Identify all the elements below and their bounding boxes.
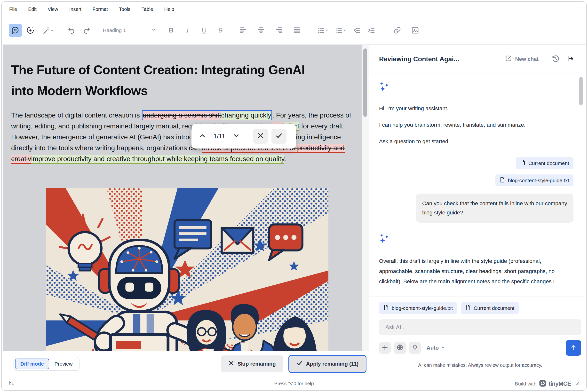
menu-insert[interactable]: Insert [69, 6, 82, 12]
ai-actions-dropdown[interactable] [39, 24, 58, 37]
chevron-down-icon [343, 28, 347, 32]
ai-shortcuts-button[interactable] [24, 24, 37, 37]
chip-label: blog-content-style-guide.txt [508, 178, 569, 184]
collapse-sidebar-button[interactable] [565, 54, 576, 65]
diff-navigation-popup: 1/11 [192, 124, 296, 148]
ai-assistant-sidebar: Reviewing Content Agai... New chat [369, 45, 584, 377]
document-icon [520, 160, 525, 167]
align-center-icon [257, 26, 265, 34]
chevron-down-icon [50, 28, 54, 32]
editor-scrollbar-thumb[interactable] [363, 48, 367, 117]
send-button[interactable] [566, 340, 581, 356]
diff-deletion[interactable]: undergoing a seismic shift [143, 112, 221, 120]
model-selector[interactable]: Auto [427, 345, 445, 351]
context-chip-style-guide[interactable]: blog-content-style-guide.txt [495, 174, 573, 186]
align-right-button[interactable] [272, 24, 286, 37]
view-mode-segmented-control: Diff mode Preview [14, 357, 80, 371]
diff-mode-toggle[interactable]: Diff mode [15, 358, 49, 369]
document-paragraph: The landscape of digital content creatio… [11, 110, 356, 164]
bullet-list-dropdown[interactable] [315, 24, 331, 37]
chat-message-list[interactable]: Hi! I’m your writing assistant. I can he… [369, 74, 584, 296]
assistant-reply: Overall, this draft is largely in line w… [379, 256, 573, 286]
underline-icon: U [202, 26, 207, 34]
status-bar: h1 Press ⌥0 for help Build with tinyMCE [2, 377, 586, 390]
diff-insertion[interactable]: changing quickly [221, 112, 271, 120]
editor-scrollbar[interactable] [362, 45, 369, 351]
next-diff-button[interactable] [231, 130, 242, 142]
brand-link[interactable]: Build with tinyMCE [515, 380, 580, 388]
preview-toggle[interactable]: Preview [49, 358, 78, 369]
chat-history-button[interactable] [550, 54, 561, 65]
skip-remaining-label: Skip remaining [238, 361, 276, 367]
menu-format[interactable]: Format [93, 6, 108, 12]
apply-remaining-button[interactable]: Apply remaining (11) [288, 355, 366, 373]
italic-button[interactable]: I [182, 24, 193, 37]
globe-icon [396, 344, 403, 352]
brand-name: tinyMCE [549, 380, 571, 387]
link-button[interactable] [391, 24, 404, 37]
menu-tools[interactable]: Tools [119, 6, 130, 12]
diff-counter: 1/11 [211, 132, 227, 140]
tinymce-logo-icon [539, 380, 546, 388]
redo-button[interactable] [80, 24, 93, 37]
suggestions-button[interactable] [409, 342, 421, 354]
outdent-icon [353, 26, 361, 34]
svg-text:3: 3 [336, 31, 337, 34]
align-left-icon [239, 26, 247, 34]
new-chat-button[interactable]: New chat [505, 55, 538, 64]
align-justify-button[interactable] [290, 24, 303, 37]
editor-content-area[interactable]: The Future of Content Creation: Integrat… [3, 45, 362, 351]
menu-help[interactable]: Help [164, 6, 174, 12]
resize-grip-icon[interactable] [575, 381, 580, 387]
strikethrough-button[interactable]: S [215, 24, 226, 37]
web-search-button[interactable] [394, 342, 406, 354]
paragraph-text: . [284, 155, 286, 162]
accept-diff-button[interactable] [271, 129, 286, 144]
assistant-message: I can help you brainstorm, rewrite, tran… [379, 120, 563, 130]
assistant-sparkles-icon [379, 82, 573, 93]
add-attachment-button[interactable] [379, 342, 391, 354]
underline-button[interactable]: U [199, 24, 209, 37]
attached-chip-current-document[interactable]: Current document [461, 302, 519, 314]
strikethrough-icon: S [219, 26, 223, 34]
assistant-sparkles-icon [379, 233, 573, 245]
selected-diff[interactable]: undergoing a seismic shiftchanging quick… [142, 110, 272, 120]
assistant-message: Hi! I’m your writing assistant. [379, 104, 573, 114]
sidebar-header: Reviewing Content Agai... New chat [369, 45, 584, 73]
user-message-bubble: Can you check that the content falls inl… [416, 194, 573, 223]
indent-button[interactable] [365, 24, 378, 37]
numbered-list-dropdown[interactable]: 123 [333, 24, 349, 37]
block-format-select[interactable]: Heading 1 [100, 24, 159, 37]
context-chip-current-document[interactable]: Current document [516, 157, 573, 169]
menu-view[interactable]: View [48, 6, 58, 12]
align-left-button[interactable] [237, 24, 250, 37]
align-justify-icon [293, 26, 301, 34]
menu-file[interactable]: File [9, 6, 17, 12]
model-selector-value: Auto [427, 345, 439, 351]
ai-assistant-button[interactable] [9, 24, 22, 37]
skip-remaining-button[interactable]: Skip remaining [221, 356, 283, 372]
undo-button[interactable] [65, 24, 78, 37]
menu-edit[interactable]: Edit [28, 6, 36, 12]
chevron-down-icon [441, 345, 445, 351]
previous-diff-button[interactable] [197, 130, 208, 142]
diff-insertion[interactable]: improve productivity and creative throug… [31, 155, 284, 164]
indent-icon [368, 26, 375, 34]
menubar: File Edit View Insert Format Tools Table… [3, 2, 585, 16]
chat-scrollbar-thumb[interactable] [579, 77, 583, 106]
document-icon [500, 177, 505, 184]
diff-footer-bar: Diff mode Preview Skip remaining Apply r… [3, 351, 369, 377]
send-icon [570, 344, 577, 352]
attached-chip-style-guide[interactable]: blog-content-style-guide.txt [379, 302, 457, 314]
menu-table[interactable]: Table [142, 6, 153, 12]
lightbulb-icon [412, 344, 418, 352]
align-center-button[interactable] [255, 24, 268, 37]
bold-button[interactable]: B [166, 24, 176, 37]
ask-ai-input[interactable] [379, 319, 581, 335]
outdent-button[interactable] [350, 24, 364, 37]
reject-diff-button[interactable] [253, 129, 268, 144]
insert-image-button[interactable] [409, 24, 422, 37]
align-right-icon [275, 26, 283, 34]
document-illustration[interactable] [46, 188, 328, 351]
bold-icon: B [169, 26, 174, 34]
